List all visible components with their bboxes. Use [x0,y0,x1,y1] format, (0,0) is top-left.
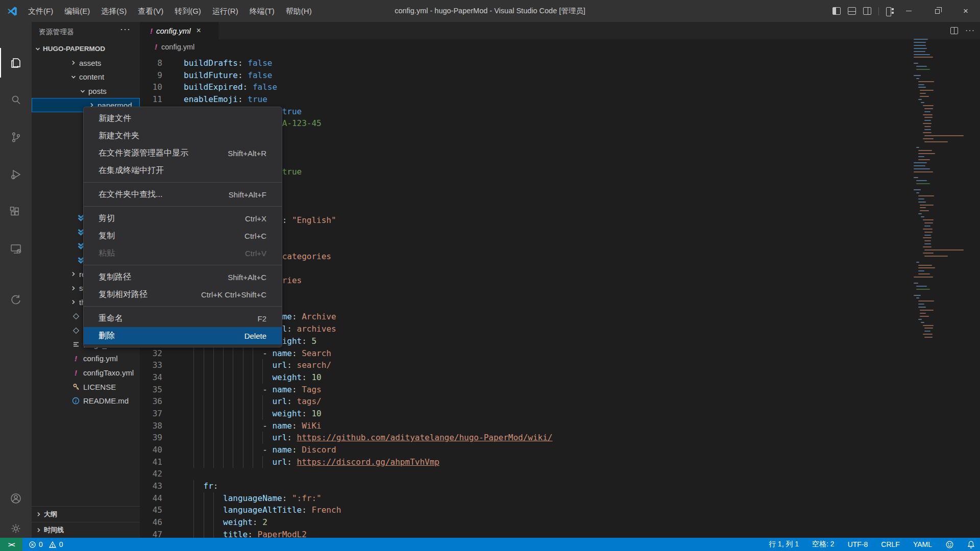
tree-item-config.yml[interactable]: !config.yml [32,352,140,366]
code-line-35: 35 - name: Tags [140,384,914,396]
minimap-mark [918,84,924,85]
minimap-mark [920,93,926,94]
minimap-mark [924,120,932,121]
sidebar-header: 资源管理器 ··· [32,22,140,42]
menubar-item[interactable]: 帮助(H) [280,0,317,22]
feedback-icon[interactable] [945,540,954,549]
remote-explorer-icon[interactable] [0,234,32,264]
tree-item-assets[interactable]: assets [32,56,140,70]
minimap-mark [923,246,931,247]
menubar-item[interactable]: 文件(F) [22,0,59,22]
panel-时间线[interactable]: 时间线 [32,522,140,538]
context-menu-item[interactable]: 新建文件夹 [84,127,282,144]
chevron-right-icon [69,298,78,306]
minimap-mark [916,147,919,148]
cursor-position[interactable]: 行 1, 列 1 [769,540,799,549]
menubar-item[interactable]: 转到(G) [169,0,207,22]
context-menu-item[interactable]: 重命名F2 [84,310,282,327]
eol[interactable]: CRLF [881,540,900,548]
menubar-item[interactable]: 选择(S) [95,0,132,22]
restore-button[interactable] [923,0,951,22]
toggle-sidebar-icon[interactable] [832,7,841,15]
context-menu-item[interactable]: 在文件资源管理器中显示Shift+Alt+R [84,144,282,162]
editor-more-actions-icon[interactable]: ··· [965,26,975,35]
breadcrumb[interactable]: ! config.yml [140,39,980,54]
yaml-icon: ! [155,42,157,51]
indentation[interactable]: 空格: 2 [812,540,835,549]
tab-config-yml[interactable]: ! config.yml × [140,22,218,39]
context-menu-item[interactable]: 剪切Ctrl+X [84,210,282,227]
panel-大纲[interactable]: 大纲 [32,506,140,522]
context-menu-item[interactable]: 复制Ctrl+C [84,227,282,244]
tree-item-posts[interactable]: posts [32,84,140,98]
activity-bar [0,22,32,538]
tree-item-LICENSE[interactable]: LICENSE [32,380,140,394]
title-bar: 文件(F)编辑(E)选择(S)查看(V)转到(G)运行(R)终端(T)帮助(H)… [0,0,980,22]
encoding[interactable]: UTF-8 [848,540,868,548]
menu-item-shortcut: Ctrl+V [245,249,266,258]
problems-indicator[interactable]: 0 0 [29,540,63,548]
minimap-mark [923,132,931,133]
menubar-item[interactable]: 运行(R) [207,0,244,22]
bell-icon[interactable] [967,540,975,549]
minimap-mark [921,322,924,323]
toggle-secondary-sidebar-icon[interactable] [863,7,871,15]
minimap-mark [924,249,964,251]
minimize-button[interactable] [894,0,923,22]
minimap-mark [914,54,930,55]
context-menu-item[interactable]: 删除Delete [84,327,282,344]
line-number: 47 [140,529,162,538]
language-mode[interactable]: YAML [913,540,932,548]
minimap-mark [918,267,935,268]
menubar-item[interactable]: 编辑(E) [59,0,95,22]
tree-item-content[interactable]: content [32,70,140,84]
customize-layout-icon[interactable] [886,7,894,15]
minimap-mark [916,180,927,181]
code-line-8: 8buildDrafts: false [140,57,914,69]
tree-root-hugo-papermod[interactable]: HUGO-PAPERMOD [32,42,140,56]
accounts-icon[interactable] [0,484,32,513]
minimap-mark [920,210,929,211]
minimap-mark [924,235,932,236]
minimap-mark [924,328,934,329]
tree-item-README.md[interactable]: iREADME.md [32,394,140,408]
minimap-mark [918,81,934,82]
minimap-mark [920,316,929,317]
code-line-37: 37 weight: 10 [140,408,914,420]
extensions-icon[interactable] [0,197,32,227]
minimap-mark [924,256,948,257]
line-number: 46 [140,516,162,529]
minimap-mark [916,289,930,290]
breadcrumb-file[interactable]: config.yml [161,43,194,51]
menubar-item[interactable]: 终端(T) [244,0,280,22]
explorer-icon[interactable] [0,48,32,78]
context-menu-item[interactable]: 复制路径Shift+Alt+C [84,268,282,286]
item-label: LICENSE [83,383,116,391]
close-button[interactable]: × [951,0,980,22]
minimap-mark [918,198,924,199]
minimap-mark [918,304,924,305]
context-menu-item: 粘贴Ctrl+V [84,244,282,262]
line-number: 11 [140,93,162,106]
search-icon[interactable] [0,85,32,115]
minimap-mark [923,253,933,254]
toggle-panel-icon[interactable] [848,7,856,15]
source-control-icon[interactable] [0,122,32,152]
context-menu-item[interactable]: 在文件夹中查找...Shift+Alt+F [84,186,282,203]
minimap-mark [920,313,926,314]
context-menu-item[interactable]: 新建文件 [84,110,282,127]
menubar-item[interactable]: 查看(V) [132,0,169,22]
sidebar-title: 资源管理器 [39,28,74,37]
item-label: posts [88,87,107,95]
context-menu-item[interactable]: 复制相对路径Ctrl+K Ctrl+Shift+C [84,286,282,303]
more-actions-icon[interactable]: ··· [120,24,131,35]
minimap-mark [924,135,964,136]
run-debug-icon[interactable] [0,160,32,189]
context-menu-item[interactable]: 在集成终端中打开 [84,162,282,179]
split-editor-icon[interactable] [950,27,958,34]
minimap[interactable] [914,39,973,396]
remote-indicator[interactable]: >< [0,538,22,551]
tab-close-icon[interactable]: × [197,26,201,35]
tree-item-configTaxo.yml[interactable]: !configTaxo.yml [32,366,140,380]
circular-arrow-icon[interactable] [0,285,32,315]
